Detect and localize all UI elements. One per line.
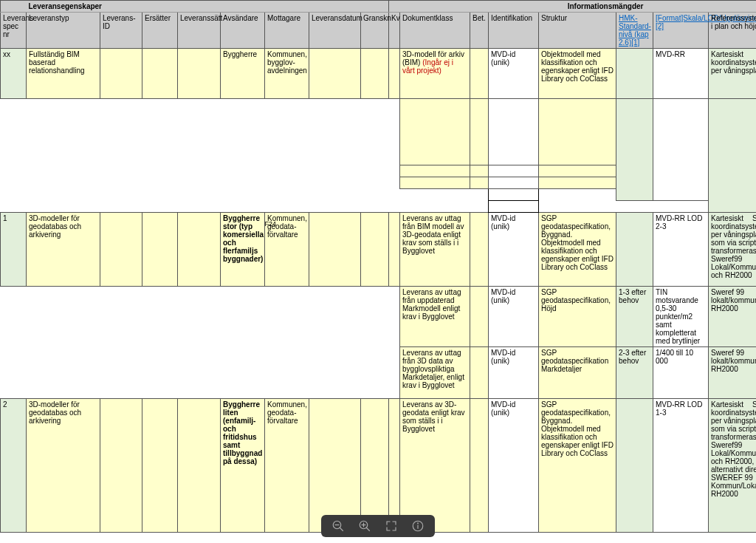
info-icon[interactable] [411, 519, 425, 533]
table-row: Leverans av uttag från uppdaterad Markmo… [1, 287, 757, 347]
viewer-toolbar [321, 515, 435, 533]
col-leveransdatum: Leveransdatum [309, 13, 361, 49]
table-row: xx Fullständig BIM baserad relationshand… [1, 49, 757, 99]
col-bet: Bet. [470, 13, 489, 49]
zoom-in-icon[interactable] [358, 519, 371, 533]
table-row [1, 99, 757, 165]
col-referenssystem: Referenssystem i plan och höjd [709, 13, 756, 49]
col-struktur: Struktur [539, 13, 616, 49]
svg-point-9 [418, 523, 419, 524]
footnote-1-link[interactable]: [1] [631, 38, 639, 47]
col-avsandare: Avsändare [221, 13, 265, 49]
col-mottagare: Mottagare [265, 13, 309, 49]
table-row: 1 3D-modeller för geodatabas och arkiver… [1, 213, 757, 287]
specification-table: Leveransegenskaper Informationsmängder L… [0, 0, 756, 533]
svg-line-1 [340, 527, 343, 531]
col-skala: [Format]Skala/LOD/Upplösning [2] [653, 13, 709, 49]
col-hmk: HMK-Standard-nivå (kap 2.6)[1] [616, 13, 653, 49]
section-header-right: Informationsmängder [389, 1, 756, 13]
col-leverans-id: Leverans-ID [100, 13, 142, 49]
expand-icon[interactable] [385, 519, 398, 533]
col-leveranssatt: Leveranssätt [178, 13, 221, 49]
col-dokumentklass: Dokumentklass [400, 13, 470, 49]
section-header-left: Leveransegenskaper [27, 1, 389, 13]
col-spec-nr: Leverans spec nr [1, 13, 27, 49]
col-ersatter: Ersätter [142, 13, 178, 49]
footnote-2-link[interactable]: [2] [656, 22, 664, 30]
zoom-out-icon[interactable] [331, 519, 345, 533]
col-granskn: Granskn [361, 13, 389, 49]
table-row: 2 3D-modeller för geodatabas och arkiver… [1, 399, 757, 533]
svg-line-4 [366, 527, 370, 531]
col-leveranstyp: Leveranstyp [27, 13, 100, 49]
col-identifikation: Identifikation [489, 13, 539, 49]
